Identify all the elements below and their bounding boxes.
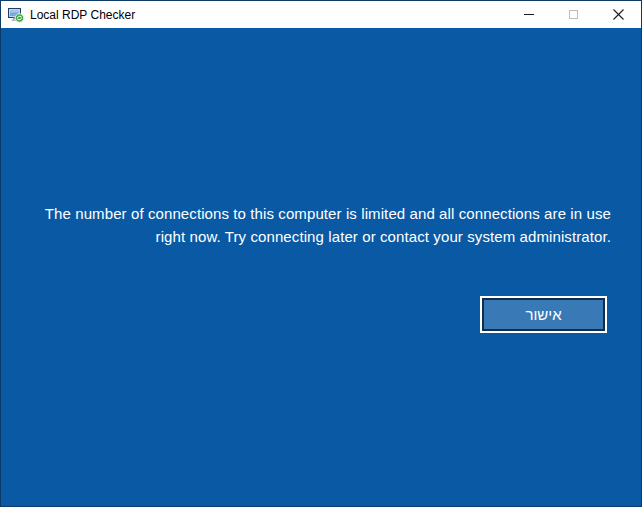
maximize-button	[551, 1, 596, 28]
message-line-1: The number of connections to this comput…	[33, 202, 611, 225]
minimize-button[interactable]	[506, 1, 551, 28]
caption-buttons	[506, 1, 641, 28]
maximize-icon	[569, 10, 578, 19]
local-rdp-checker-window: Local RDP Checker The number of connecti…	[0, 0, 642, 507]
minimize-icon	[524, 14, 534, 15]
client-area: The number of connections to this comput…	[1, 28, 641, 506]
close-icon	[613, 9, 624, 20]
close-button[interactable]	[596, 1, 641, 28]
disconnect-message: The number of connections to this comput…	[33, 202, 611, 248]
titlebar: Local RDP Checker	[1, 1, 641, 28]
ok-button[interactable]: אישור	[482, 298, 605, 331]
message-line-2: right now. Try connecting later or conta…	[33, 225, 611, 248]
window-title: Local RDP Checker	[30, 7, 506, 22]
rdp-app-icon	[8, 7, 24, 23]
